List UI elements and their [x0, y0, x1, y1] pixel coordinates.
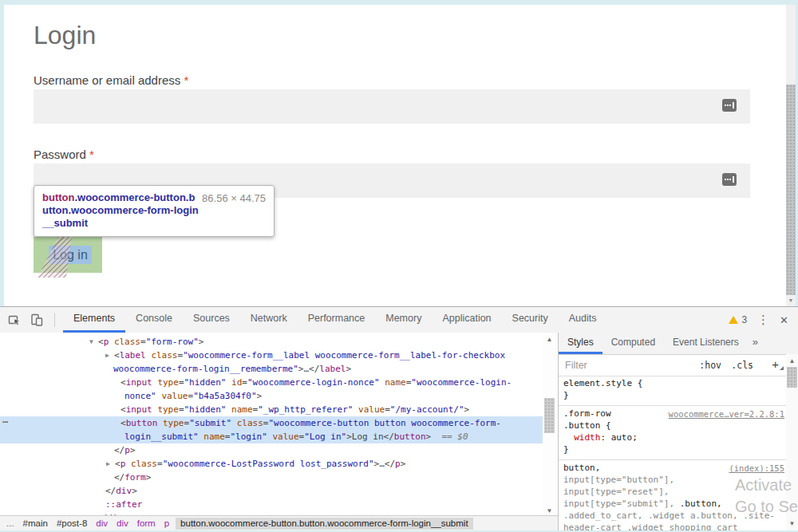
- tab-audits[interactable]: Audits: [559, 307, 607, 333]
- code-token: …: [379, 459, 385, 469]
- window-edge-left: [0, 0, 4, 306]
- style-line[interactable]: .button {: [563, 420, 784, 432]
- elements-scrollbar[interactable]: ▲ ▼: [543, 333, 556, 518]
- code-line[interactable]: ::after: [0, 498, 543, 511]
- code-token: form: [124, 472, 146, 483]
- new-style-rule-corner-icon: [780, 366, 784, 370]
- tab-performance[interactable]: Performance: [298, 307, 376, 333]
- code-token: .form-row: [563, 408, 611, 419]
- elements-scrollbar-thumb[interactable]: [544, 398, 555, 433]
- code-token: name: [385, 377, 406, 388]
- code-line-selected[interactable]: <button type="submit" class="woocommerce…: [0, 416, 543, 430]
- code-token: <: [98, 337, 104, 347]
- tab-event-listeners[interactable]: Event Listeners: [664, 333, 748, 354]
- breadcrumb-item[interactable]: form: [137, 518, 156, 528]
- styles-filter-row: Filter :hov .cls +: [559, 355, 798, 376]
- code-line[interactable]: </p>: [0, 443, 543, 457]
- filter-input[interactable]: Filter: [565, 360, 587, 371]
- code-token: label: [319, 364, 346, 374]
- code-line[interactable]: <input type="hidden" name="_wp_http_refe…: [0, 403, 543, 416]
- style-line[interactable]: }: [563, 444, 784, 456]
- code-token: "hidden": [184, 377, 227, 388]
- class-toggle[interactable]: .cls: [731, 360, 753, 371]
- pseudo-state-toggle[interactable]: :hov: [699, 360, 721, 371]
- scroll-down-arrow-icon[interactable]: ▼: [786, 520, 798, 527]
- code-token: [563, 432, 574, 443]
- code-token: p: [395, 459, 401, 469]
- scroll-down-arrow-icon[interactable]: ▼: [543, 507, 556, 514]
- rule-source-link[interactable]: (index):155: [729, 463, 784, 473]
- tab-styles[interactable]: Styles: [559, 333, 602, 354]
- style-line[interactable]: element.style {: [563, 378, 784, 390]
- page-scrollbar-thumb[interactable]: [786, 85, 796, 295]
- scroll-down-arrow-icon[interactable]: ▼: [786, 295, 796, 306]
- devtools-toolbar: Elements Console Sources Network Perform…: [0, 307, 798, 333]
- code-token: type: [157, 404, 179, 415]
- code-line[interactable]: </form>: [0, 471, 543, 484]
- password-manager-icon[interactable]: [722, 99, 737, 112]
- styles-tab-bar: Styles Computed Event Listeners »: [559, 333, 798, 355]
- username-label-text: Username or email address: [34, 73, 180, 87]
- kebab-menu-icon[interactable]: ⋮: [757, 313, 769, 327]
- breadcrumb-item[interactable]: div: [96, 518, 108, 528]
- username-input[interactable]: [34, 89, 750, 124]
- code-token: =: [242, 377, 247, 388]
- new-style-rule-button[interactable]: +: [772, 357, 779, 371]
- password-manager-dots-icon: [725, 179, 726, 180]
- breadcrumb-item[interactable]: div: [117, 518, 128, 528]
- code-token: class: [131, 459, 157, 469]
- style-rule-element[interactable]: element.style { }: [559, 376, 798, 406]
- style-line[interactable]: header-cart .widget_shopping_cart: [563, 522, 784, 530]
- code-token: p: [124, 445, 130, 455]
- tab-elements[interactable]: Elements: [63, 307, 125, 333]
- tab-console[interactable]: Console: [125, 307, 183, 333]
- code-token: input[type="reset"],: [563, 487, 669, 497]
- code-token: input[type="submit"],: [563, 499, 674, 509]
- code-token: :: [600, 432, 610, 443]
- breadcrumb-item[interactable]: button.woocommerce-button.button.woocomm…: [176, 518, 473, 530]
- tab-application[interactable]: Application: [432, 307, 501, 333]
- style-line[interactable]: width: auto;: [563, 432, 784, 444]
- more-tabs-icon[interactable]: »: [748, 333, 763, 354]
- style-rule-form-row-button[interactable]: woocommerce…ver=2.2.8:1 .form-row .butto…: [559, 406, 798, 460]
- breadcrumb-item[interactable]: p: [164, 518, 169, 528]
- code-token: >: [346, 432, 352, 442]
- code-line[interactable]: ▶<p class="woocommerce-LostPassword lost…: [0, 457, 543, 471]
- code-line[interactable]: woocommerce-form-login__rememberme">…</l…: [0, 362, 543, 376]
- code-line[interactable]: ▶<label class="woocommerce-form__label w…: [0, 349, 543, 362]
- warning-count: 3: [741, 314, 747, 325]
- warning-badge[interactable]: 3: [729, 314, 747, 325]
- code-token: input: [126, 377, 152, 388]
- style-line[interactable]: }: [563, 390, 784, 402]
- code-line[interactable]: </div>: [0, 484, 543, 498]
- tab-computed[interactable]: Computed: [602, 333, 664, 354]
- page-scrollbar[interactable]: ▼: [786, 5, 796, 306]
- tab-memory[interactable]: Memory: [375, 307, 432, 333]
- breadcrumb-item[interactable]: ...: [6, 518, 14, 528]
- code-line[interactable]: ▼<p class="form-row">: [0, 335, 543, 349]
- code-line[interactable]: <input type="hidden" id="woocommerce-log…: [0, 376, 543, 389]
- styles-scrollbar-thumb[interactable]: [787, 367, 797, 388]
- inspect-element-icon[interactable]: [6, 312, 22, 328]
- tab-sources[interactable]: Sources: [183, 307, 240, 333]
- code-line-selected[interactable]: login__submit" name="login" value="Log i…: [0, 430, 543, 443]
- code-token: width: [574, 432, 600, 443]
- code-token: "login": [230, 432, 267, 442]
- code-token: ▶: [106, 457, 115, 471]
- code-token: "submit": [189, 418, 231, 428]
- rule-source-link[interactable]: woocommerce…ver=2.2.8:1: [669, 409, 784, 419]
- devtools-body: ▼<p class="form-row"> ▶<label class="woo…: [0, 333, 798, 530]
- device-toolbar-icon[interactable]: [29, 312, 45, 328]
- scroll-up-arrow-icon[interactable]: ▲: [543, 336, 556, 343]
- scroll-up-arrow-icon[interactable]: ▲: [786, 357, 798, 365]
- windows-activation-watermark: Activate Go to Setti: [735, 475, 798, 518]
- breadcrumb-item[interactable]: #post-8: [57, 518, 87, 528]
- password-manager-icon[interactable]: [722, 173, 737, 186]
- password-manager-dots-icon: [725, 104, 726, 106]
- tab-network[interactable]: Network: [240, 307, 298, 333]
- tab-security[interactable]: Security: [502, 307, 559, 333]
- code-line[interactable]: nonce" value="b4a5a304f0">: [0, 389, 543, 403]
- devtools-panel: Elements Console Sources Network Perform…: [0, 306, 798, 530]
- close-icon[interactable]: ✕: [780, 314, 788, 326]
- breadcrumb-item[interactable]: #main: [23, 518, 48, 528]
